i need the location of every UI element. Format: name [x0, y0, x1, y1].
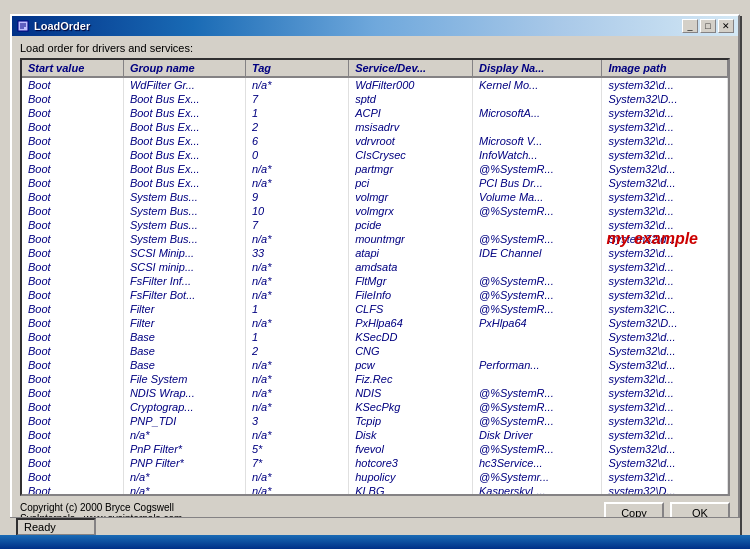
table-row[interactable]: BootSystem Bus...9volmgrVolume Ma...syst… — [22, 190, 728, 204]
table-row[interactable]: BootBasen/a*pcwPerforman...System32\d... — [22, 358, 728, 372]
table-cell: Boot — [22, 288, 123, 302]
table-cell: Performan... — [472, 358, 601, 372]
table-cell: System Bus... — [123, 204, 245, 218]
table-row[interactable]: BootWdFilter Gr...n/a*WdFilter000Kernel … — [22, 77, 728, 92]
table-row[interactable]: BootPNP_TDI3Tcpip@%SystemR...system32\d.… — [22, 414, 728, 428]
table-cell: NDIS — [349, 386, 473, 400]
table-row[interactable]: BootSCSI minip...n/a*amdsatasystem32\d..… — [22, 260, 728, 274]
column-header[interactable]: Display Na... — [472, 60, 601, 77]
table-cell: KasperskyL... — [472, 484, 601, 494]
table-cell: @%SystemR... — [472, 414, 601, 428]
table-row[interactable]: BootPnP Filter*5*fvevol@%SystemR...Syste… — [22, 442, 728, 456]
table-row[interactable]: BootSystem Bus...7pcidesystem32\d... — [22, 218, 728, 232]
table-cell: System32\d... — [602, 330, 728, 344]
table-row[interactable]: BootFilter1CLFS@%SystemR...system32\C... — [22, 302, 728, 316]
table-cell: System32\d... — [602, 358, 728, 372]
table-row[interactable]: BootFsFilter Bot...n/a*FileInfo@%SystemR… — [22, 288, 728, 302]
table-cell: Boot — [22, 106, 123, 120]
table-cell: n/a* — [245, 162, 348, 176]
table-cell — [472, 218, 601, 232]
app-icon — [16, 19, 30, 33]
table-scroll[interactable]: Start valueGroup nameTagService/Dev...Di… — [22, 60, 728, 494]
table-cell: MicrosoftA... — [472, 106, 601, 120]
table-cell: Tcpip — [349, 414, 473, 428]
table-cell: system32\d... — [602, 204, 728, 218]
table-cell: WdFilter Gr... — [123, 77, 245, 92]
table-row[interactable]: BootBoot Bus Ex...n/a*partmgr@%SystemR..… — [22, 162, 728, 176]
table-cell: Boot Bus Ex... — [123, 106, 245, 120]
table-cell: Boot — [22, 260, 123, 274]
table-row[interactable]: BootFile Systemn/a*Fiz.Recsystem32\d... — [22, 372, 728, 386]
table-cell — [472, 120, 601, 134]
table-row[interactable]: Bootn/a*n/a*DiskDisk Driversystem32\d... — [22, 428, 728, 442]
table-cell: hotcore3 — [349, 456, 473, 470]
table-cell: @%SystemR... — [472, 302, 601, 316]
table-row[interactable]: BootSCSI Minip...33atapiIDE Channelsyste… — [22, 246, 728, 260]
title-bar-left: LoadOrder — [16, 19, 90, 33]
table-row[interactable]: BootNDIS Wrap...n/a*NDIS@%SystemR...syst… — [22, 386, 728, 400]
table-cell: InfoWatch... — [472, 148, 601, 162]
table-row[interactable]: BootBoot Bus Ex...0CIsCrysecInfoWatch...… — [22, 148, 728, 162]
column-header[interactable]: Tag — [245, 60, 348, 77]
table-cell: 33 — [245, 246, 348, 260]
table-cell: PxHlpa64 — [349, 316, 473, 330]
table-cell: PCI Bus Dr... — [472, 176, 601, 190]
table-cell: Boot — [22, 302, 123, 316]
table-cell: Boot — [22, 456, 123, 470]
table-cell: 7* — [245, 456, 348, 470]
column-header[interactable]: Start value — [22, 60, 123, 77]
table-row[interactable]: BootBoot Bus Ex...1ACPIMicrosoftA...syst… — [22, 106, 728, 120]
table-cell: vdrvroot — [349, 134, 473, 148]
table-cell: Filter — [123, 316, 245, 330]
table-cell: Boot — [22, 190, 123, 204]
table-cell: Boot — [22, 274, 123, 288]
table-cell: Boot — [22, 442, 123, 456]
table-cell: @%SystemR... — [472, 162, 601, 176]
table-cell: 1 — [245, 302, 348, 316]
table-row[interactable]: BootSystem Bus...n/a*mountmgr@%SystemR..… — [22, 232, 728, 246]
table-cell: @%Systemr... — [472, 470, 601, 484]
table-cell: Boot — [22, 148, 123, 162]
table-row[interactable]: BootBase2CNGSystem32\d... — [22, 344, 728, 358]
table-cell: Boot — [22, 358, 123, 372]
status-bar: Ready — [10, 517, 740, 535]
table-cell: System32\D... — [602, 316, 728, 330]
table-cell: IDE Channel — [472, 246, 601, 260]
table-cell: Boot — [22, 92, 123, 106]
column-header[interactable]: Group name — [123, 60, 245, 77]
table-row[interactable]: BootBoot Bus Ex...6vdrvrootMicrosoft V..… — [22, 134, 728, 148]
table-cell: @%SystemR... — [472, 442, 601, 456]
table-row[interactable]: BootSystem Bus...10volmgrx@%SystemR...sy… — [22, 204, 728, 218]
table-cell: n/a* — [245, 400, 348, 414]
close-button[interactable]: ✕ — [718, 19, 734, 33]
column-header[interactable]: Image path — [602, 60, 728, 77]
column-header[interactable]: Service/Dev... — [349, 60, 473, 77]
table-row[interactable]: Bootn/a*n/a*KLBGKasperskyL...system32\D.… — [22, 484, 728, 494]
table-row[interactable]: BootCryptograp...n/a*KSecPkg@%SystemR...… — [22, 400, 728, 414]
minimize-button[interactable]: _ — [682, 19, 698, 33]
table-cell: System32\d... — [602, 162, 728, 176]
table-cell: system32\d... — [602, 274, 728, 288]
data-table: Start valueGroup nameTagService/Dev...Di… — [22, 60, 728, 494]
table-row[interactable]: BootBoot Bus Ex...2msisadrvsystem32\d... — [22, 120, 728, 134]
table-row[interactable]: BootFsFilter Inf...n/a*FltMgr@%SystemR..… — [22, 274, 728, 288]
table-cell: Boot — [22, 428, 123, 442]
copyright-text: Copyright (c) 2000 Bryce Cogswell — [20, 502, 182, 513]
maximize-button[interactable]: □ — [700, 19, 716, 33]
table-cell: NDIS Wrap... — [123, 386, 245, 400]
table-cell: @%SystemR... — [472, 232, 601, 246]
table-row[interactable]: Bootn/a*n/a*hupolicy@%Systemr...system32… — [22, 470, 728, 484]
table-row[interactable]: BootBoot Bus Ex...7sptdSystem32\D... — [22, 92, 728, 106]
taskbar — [0, 535, 750, 549]
table-row[interactable]: BootFiltern/a*PxHlpa64PxHlpa64System32\D… — [22, 316, 728, 330]
table-cell: Boot — [22, 218, 123, 232]
main-window: LoadOrder _ □ ✕ Load order for drivers a… — [10, 14, 740, 534]
table-container: Start valueGroup nameTagService/Dev...Di… — [20, 58, 730, 496]
table-row[interactable]: BootBoot Bus Ex...n/a*pciPCI Bus Dr...Sy… — [22, 176, 728, 190]
table-cell: Boot — [22, 372, 123, 386]
table-cell: n/a* — [245, 77, 348, 92]
table-cell: n/a* — [245, 260, 348, 274]
table-row[interactable]: BootBase1KSecDDSystem32\d... — [22, 330, 728, 344]
table-row[interactable]: BootPNP Filter*7*hotcore3hc3Service...Sy… — [22, 456, 728, 470]
table-cell — [472, 344, 601, 358]
